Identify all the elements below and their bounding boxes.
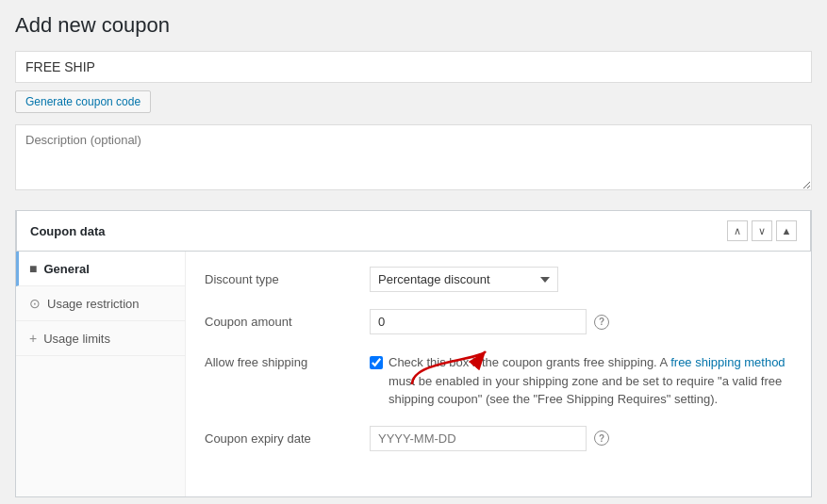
expiry-date-value: ? bbox=[370, 426, 792, 451]
coupon-code-input[interactable] bbox=[15, 51, 812, 83]
sidebar-label-general: General bbox=[43, 262, 89, 276]
description-textarea[interactable] bbox=[15, 124, 812, 190]
sidebar-item-general[interactable]: ■ General bbox=[16, 252, 185, 286]
collapse-up-button[interactable]: ∧ bbox=[727, 220, 748, 241]
discount-type-select[interactable]: Percentage discount Fixed cart discount … bbox=[370, 267, 558, 292]
coupon-data-title: Coupon data bbox=[30, 224, 105, 238]
sidebar-label-usage-restriction: Usage restriction bbox=[47, 297, 140, 311]
coupon-sidebar: ■ General ⊙ Usage restriction + Usage li… bbox=[16, 252, 186, 496]
free-shipping-method-link[interactable]: free shipping method bbox=[670, 355, 785, 369]
sidebar-item-usage-restriction[interactable]: ⊙ Usage restriction bbox=[16, 286, 185, 321]
header-controls: ∧ ∨ ▲ bbox=[727, 220, 797, 241]
collapse-down-button[interactable]: ∨ bbox=[752, 220, 772, 241]
free-shipping-text: Check this box if the coupon grants free… bbox=[389, 353, 792, 409]
free-shipping-checkbox[interactable] bbox=[370, 356, 383, 369]
generate-coupon-button[interactable]: Generate coupon code bbox=[15, 90, 151, 113]
free-shipping-label: Allow free shipping bbox=[205, 351, 370, 369]
discount-type-row: Discount type Percentage discount Fixed … bbox=[205, 267, 792, 292]
sidebar-label-usage-limits: Usage limits bbox=[43, 332, 110, 346]
coupon-amount-value: ? bbox=[370, 309, 792, 334]
page-title: Add new coupon bbox=[15, 13, 812, 38]
coupon-amount-input[interactable] bbox=[370, 309, 587, 334]
coupon-data-panel: Coupon data ∧ ∨ ▲ ■ General ⊙ Usage rest… bbox=[15, 210, 812, 497]
coupon-data-header: Coupon data ∧ ∨ ▲ bbox=[16, 210, 811, 252]
expiry-date-input[interactable] bbox=[370, 426, 587, 451]
toggle-button[interactable]: ▲ bbox=[776, 220, 797, 241]
discount-type-value: Percentage discount Fixed cart discount … bbox=[370, 267, 792, 292]
free-shipping-content: Check this box if the coupon grants free… bbox=[370, 351, 792, 409]
general-tab-content: Discount type Percentage discount Fixed … bbox=[186, 252, 811, 496]
coupon-amount-label: Coupon amount bbox=[205, 309, 370, 329]
discount-type-label: Discount type bbox=[205, 267, 370, 286]
coupon-amount-help-icon: ? bbox=[594, 315, 609, 330]
coupon-amount-row: Coupon amount ? bbox=[205, 309, 792, 334]
sidebar-item-usage-limits[interactable]: + Usage limits bbox=[16, 321, 185, 356]
coupon-data-body: ■ General ⊙ Usage restriction + Usage li… bbox=[16, 252, 811, 496]
expiry-date-help-icon: ? bbox=[594, 431, 609, 446]
expiry-date-label: Coupon expiry date bbox=[205, 426, 370, 446]
usage-limits-icon: + bbox=[29, 331, 37, 346]
usage-restriction-icon: ⊙ bbox=[29, 296, 41, 311]
expiry-date-row: Coupon expiry date ? bbox=[205, 426, 792, 451]
free-shipping-row: Allow free shipping Check this box if th… bbox=[205, 351, 792, 409]
general-icon: ■ bbox=[29, 261, 37, 276]
